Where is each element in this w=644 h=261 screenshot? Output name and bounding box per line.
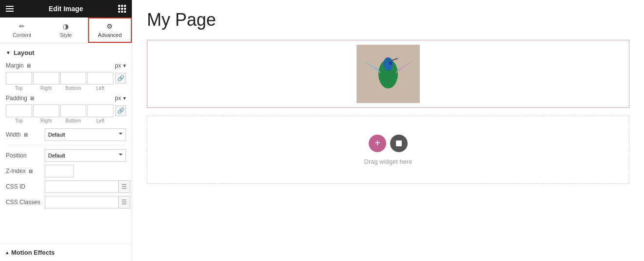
margin-link-button[interactable]: 🔗	[115, 73, 126, 84]
hummingbird-image	[357, 45, 420, 103]
margin-left-input[interactable]	[87, 72, 113, 85]
motion-section: ▴ Motion Effects	[0, 244, 132, 261]
zindex-input[interactable]	[45, 165, 74, 177]
layout-section-title: ▼ Layout	[6, 49, 126, 56]
margin-sublabels: Top Right Bottom Left	[6, 86, 126, 91]
margin-label: Margin 🖥	[6, 62, 45, 69]
margin-top-label: Top	[6, 86, 32, 91]
grid-icon[interactable]	[118, 5, 126, 13]
drag-buttons: +	[369, 135, 408, 152]
tab-advanced-label: Advanced	[98, 32, 122, 38]
padding-unit-chevron[interactable]: ▾	[123, 95, 126, 102]
margin-top-input[interactable]	[6, 72, 32, 85]
padding-link-button[interactable]: 🔗	[115, 105, 126, 116]
width-select[interactable]: Default Full Width Inline Custom	[45, 128, 126, 141]
page-canvas: My Page + Drag widget here	[132, 0, 644, 261]
margin-right-label: Right	[33, 86, 59, 91]
sidebar-content: ▼ Layout Margin 🖥 px ▾	[0, 43, 132, 244]
svg-rect-0	[396, 140, 402, 146]
square-icon	[395, 140, 402, 147]
padding-monitor-icon: 🖥	[29, 95, 35, 101]
css-classes-list-icon[interactable]: ☰	[118, 196, 130, 208]
page-title: My Page	[147, 10, 629, 30]
margin-left-label: Left	[87, 86, 113, 91]
style-icon: ◑	[63, 22, 69, 30]
padding-right-label: Right	[33, 118, 59, 123]
menu-icon[interactable]	[6, 6, 14, 12]
zindex-row: Z-Index 🖥	[6, 165, 126, 177]
add-widget-button[interactable]: +	[369, 135, 386, 152]
margin-bottom-label: Bottom	[60, 86, 87, 91]
padding-right-input[interactable]	[33, 104, 59, 117]
padding-left-label: Left	[87, 118, 113, 123]
layout-arrow-icon: ▼	[6, 50, 11, 55]
motion-section-title[interactable]: ▴ Motion Effects	[6, 249, 126, 256]
position-label: Position	[6, 152, 45, 159]
margin-bottom-input[interactable]	[60, 72, 87, 85]
margin-inputs-wrapper: 🔗	[6, 72, 126, 85]
css-id-input-wrapper: ☰	[45, 180, 130, 193]
padding-inputs-wrapper: 🔗	[6, 104, 126, 117]
padding-inputs	[6, 104, 113, 117]
padding-bottom-input[interactable]	[60, 104, 87, 117]
sidebar-header: Edit Image	[0, 0, 132, 17]
padding-top-input[interactable]	[6, 104, 32, 117]
tab-content-label: Content	[13, 32, 32, 38]
content-icon: ✏	[19, 22, 25, 30]
drag-text: Drag widget here	[364, 158, 412, 165]
css-id-input[interactable]	[45, 181, 118, 192]
css-id-label: CSS ID	[6, 183, 45, 190]
padding-bottom-label: Bottom	[60, 118, 87, 123]
position-row: Position Default Absolute Fixed	[6, 149, 126, 162]
advanced-icon: ⚙	[107, 22, 113, 30]
zindex-monitor-icon: 🖥	[28, 168, 33, 174]
width-monitor-icon: 🖥	[23, 132, 28, 138]
tab-advanced[interactable]: ⚙ Advanced	[88, 17, 132, 43]
tab-content[interactable]: ✏ Content	[0, 17, 44, 43]
padding-left-input[interactable]	[87, 104, 113, 117]
margin-monitor-icon: 🖥	[26, 63, 31, 69]
tab-style-label: Style	[60, 32, 72, 38]
margin-inputs	[6, 72, 113, 85]
add-section-button[interactable]	[390, 135, 408, 152]
motion-arrow-icon: ▴	[6, 250, 8, 255]
padding-unit-wrapper: px ▾	[115, 95, 126, 102]
padding-row: Padding 🖥 px ▾	[6, 95, 126, 102]
image-widget[interactable]	[147, 40, 629, 108]
position-select[interactable]: Default Absolute Fixed	[45, 149, 126, 162]
margin-unit-wrapper: px ▾	[115, 62, 126, 69]
margin-unit-chevron[interactable]: ▾	[123, 62, 126, 69]
divider-1	[6, 145, 126, 145]
sidebar-tabs: ✏ Content ◑ Style ⚙ Advanced	[0, 17, 132, 43]
main-canvas: My Page + Drag widget here	[132, 0, 644, 261]
layout-title-text: Layout	[14, 49, 35, 56]
zindex-label: Z-Index 🖥	[6, 168, 45, 174]
padding-label: Padding 🖥	[6, 95, 45, 102]
margin-row: Margin 🖥 px ▾	[6, 62, 126, 69]
css-classes-row: CSS Classes ☰	[6, 196, 126, 209]
padding-sublabels: Top Right Bottom Left	[6, 118, 126, 123]
padding-top-label: Top	[6, 118, 32, 123]
margin-right-input[interactable]	[33, 72, 59, 85]
sidebar-title: Edit Image	[49, 5, 83, 13]
css-classes-input-wrapper: ☰	[45, 196, 130, 209]
css-id-list-icon[interactable]: ☰	[118, 181, 130, 192]
motion-title-text: Motion Effects	[11, 249, 55, 256]
css-id-row: CSS ID ☰	[6, 180, 126, 193]
tab-style[interactable]: ◑ Style	[44, 17, 88, 43]
width-label: Width 🖥	[6, 131, 45, 138]
width-row: Width 🖥 Default Full Width Inline Custom	[6, 128, 126, 141]
css-classes-input[interactable]	[45, 196, 118, 208]
css-classes-label: CSS Classes	[6, 199, 45, 206]
drag-widget-area[interactable]: + Drag widget here	[147, 116, 629, 184]
